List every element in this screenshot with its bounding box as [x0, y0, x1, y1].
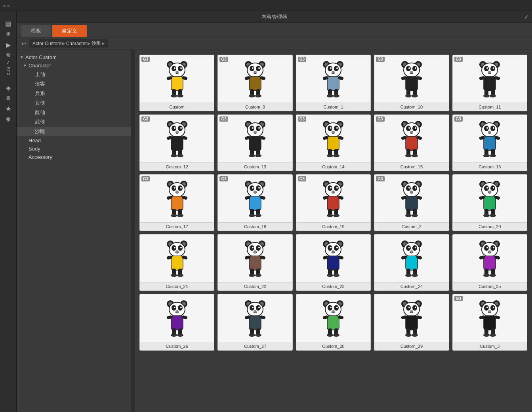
grid-item-custom_13[interactable]: G3 Custom_13 — [217, 114, 292, 171]
grid-label-custom_10: Custom_10 — [374, 103, 448, 111]
sidebar-item-char-action[interactable]: ★ 弹性动作 — [1, 100, 15, 120]
tree-node-xiake[interactable]: 侠客 — [17, 79, 131, 89]
sfx-icon: ♪ — [7, 59, 10, 66]
close-icon[interactable]: ✓ — [524, 14, 529, 20]
svg-point-209 — [328, 185, 332, 191]
grid-item-custom_18[interactable]: G3 Custom_18 — [217, 174, 292, 231]
grid-item-custom_20[interactable]: Custom_20 — [452, 174, 527, 231]
grid-item-custom_23[interactable]: Custom_23 — [296, 234, 371, 291]
tree-node-head[interactable]: Head — [17, 136, 131, 145]
breadcrumb-seg-2[interactable]: 沙雕 — [92, 40, 101, 47]
svg-point-174 — [169, 183, 185, 197]
svg-point-406 — [405, 334, 412, 337]
sidebar-item-props[interactable]: ◈ 道具 — [1, 78, 15, 99]
grid-item-custom_21[interactable]: Custom_21 — [139, 234, 214, 291]
grid-label-custom_27: Custom_27 — [218, 342, 292, 350]
svg-point-32 — [249, 94, 255, 97]
grid-item-custom_10[interactable]: G3 Custom_10 — [374, 55, 449, 111]
grid-item-custom_15[interactable]: G3 Custom_15 — [374, 114, 449, 171]
grid-item-custom_11[interactable]: G3 Custom_11 — [452, 55, 527, 111]
tree-node-character[interactable]: ▼Character — [17, 61, 131, 70]
svg-point-6 — [178, 66, 183, 71]
g3-badge-custom_16: G3 — [454, 116, 463, 122]
grid-item-custom_29[interactable]: Custom_29 — [374, 294, 449, 351]
svg-point-185 — [171, 214, 177, 217]
grid-item-custom_19[interactable]: G3 Custom_19 — [296, 174, 371, 231]
back-button[interactable]: ↩ — [20, 40, 28, 48]
sidebar-item-media[interactable]: ▤ 媒体 — [1, 14, 15, 35]
svg-point-229 — [415, 187, 416, 189]
tab-custom[interactable]: 自定义 — [52, 25, 87, 37]
svg-point-211 — [330, 187, 332, 189]
svg-point-24 — [252, 67, 254, 69]
tree-node-actor-custom[interactable]: ▼Actor Custom — [17, 53, 131, 61]
grid-item-custom_22[interactable]: Custom_22 — [217, 234, 292, 291]
grid-item-custom_25[interactable]: Custom_25 — [452, 234, 527, 291]
svg-point-72 — [482, 63, 498, 77]
grid-thumb-custom_19: G3 — [296, 175, 370, 222]
tree-node-wuxia[interactable]: 武侠 — [17, 117, 131, 127]
svg-rect-248 — [484, 196, 496, 210]
tree-node-shangxian[interactable]: 上仙 — [17, 70, 131, 79]
tree-node-shadiao[interactable]: 沙雕 — [17, 127, 131, 136]
svg-point-109 — [252, 127, 254, 129]
svg-point-389 — [327, 334, 333, 337]
grid-item-custom_28[interactable]: Custom_28 — [296, 294, 371, 351]
g3-badge-custom_3: G3 — [454, 296, 463, 301]
grid-item-custom_12[interactable]: G3 Custom_12 — [139, 114, 214, 171]
grid-item-custom_0[interactable]: G3 Custom_0 — [217, 55, 292, 111]
svg-point-242 — [482, 183, 498, 197]
main-layout: ▤ 媒体 ▶ 动画 ♪ SFX ◈ 道具 ★ 弹性动作 内容管理器 ✓ 模板 自 — [0, 11, 532, 412]
svg-point-118 — [255, 154, 261, 157]
grid-label-custom_16: Custom_16 — [453, 162, 527, 171]
svg-rect-282 — [249, 256, 261, 270]
svg-point-176 — [178, 185, 183, 191]
svg-point-57 — [412, 66, 417, 71]
grid-item-custom_17[interactable]: G3 Custom_17 — [139, 174, 214, 231]
svg-point-228 — [408, 187, 410, 189]
svg-point-313 — [408, 247, 410, 248]
svg-point-382 — [336, 307, 338, 308]
grid-item-custom_1[interactable]: G3 Custom_1 — [296, 55, 371, 111]
tree-panel: ▼Actor Custom▼Character上仙侠客兵系女侠散仙武侠沙雕Hea… — [17, 50, 132, 412]
tree-node-nvxia[interactable]: 女侠 — [17, 98, 131, 108]
breadcrumb-seg-1[interactable]: Character — [66, 41, 87, 46]
tree-label-character: Character — [29, 63, 128, 69]
svg-point-50 — [333, 94, 339, 97]
svg-point-227 — [412, 185, 417, 191]
grid-item-custom_3[interactable]: G3 Custom_3 — [452, 294, 527, 351]
grid-item-custom_24[interactable]: Custom_24 — [374, 234, 449, 291]
breadcrumb-seg-0[interactable]: Actor Custom — [32, 41, 61, 46]
grid-item-custom_16[interactable]: G3 Custom_16 — [452, 114, 527, 171]
grid-item-custom[interactable]: G3 Custom — [139, 55, 214, 111]
svg-point-379 — [328, 305, 332, 311]
tab-template[interactable]: 模板 — [21, 25, 51, 37]
svg-point-365 — [258, 307, 260, 308]
grid-thumb-custom_29 — [374, 294, 448, 342]
svg-point-260 — [172, 245, 176, 251]
grid-item-custom_26[interactable]: Custom_26 — [139, 294, 214, 351]
sidebar-item-animation[interactable]: ▶ 动画 — [1, 36, 15, 56]
svg-rect-95 — [171, 136, 183, 151]
svg-point-159 — [490, 126, 495, 131]
svg-point-355 — [171, 334, 177, 337]
resize-handle[interactable]: ⋮⋮ — [132, 50, 135, 412]
svg-point-83 — [483, 94, 490, 97]
svg-point-373 — [255, 334, 261, 337]
svg-point-253 — [483, 214, 490, 217]
tree-node-accessory[interactable]: Accessory — [17, 153, 131, 161]
svg-point-203 — [255, 214, 261, 217]
svg-point-277 — [250, 245, 254, 251]
svg-point-424 — [490, 334, 496, 337]
tree-node-bingxi[interactable]: 兵系 — [17, 89, 131, 98]
sidebar-item-sfx[interactable]: ♪ SFX — [1, 57, 15, 78]
svg-rect-44 — [327, 76, 339, 91]
grid-item-custom_14[interactable]: G3 Custom_14 — [296, 114, 371, 171]
svg-point-245 — [486, 187, 488, 189]
svg-point-244 — [490, 185, 495, 191]
tree-node-sanxian[interactable]: 散仙 — [17, 108, 131, 117]
grid-item-custom_27[interactable]: Custom_27 — [217, 294, 292, 351]
grid-item-custom_2[interactable]: G3 Custom_2 — [374, 174, 449, 231]
svg-point-40 — [334, 66, 339, 71]
tree-node-body[interactable]: Body — [17, 145, 131, 153]
